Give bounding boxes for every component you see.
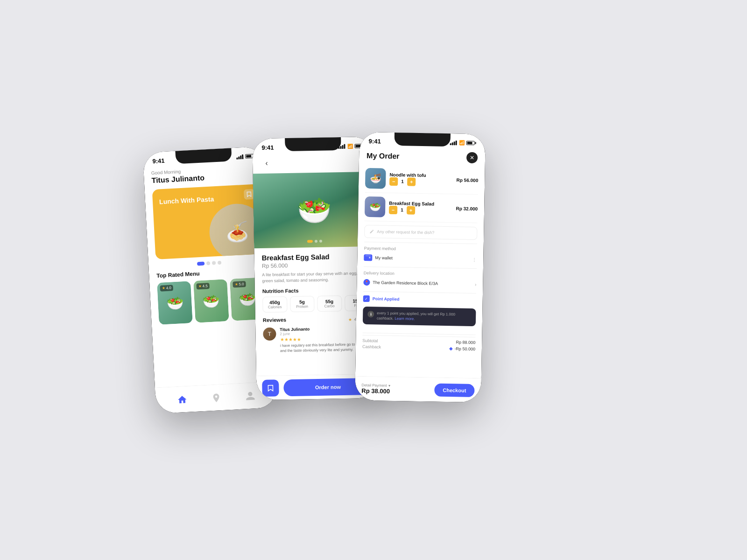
dot-2[interactable]	[206, 261, 210, 265]
divider-1	[364, 242, 477, 244]
menu-rating-1: ★ 4.0	[160, 285, 173, 291]
order-item-img-1: 🍜	[365, 168, 386, 189]
reviewer-item: T Titus Julinanto 2 june ★★★★★ i have re…	[263, 326, 370, 354]
qty-plus-1[interactable]: +	[407, 177, 416, 186]
banner-card[interactable]: Lunch With Pasta 🍝	[152, 184, 262, 259]
banner-title: Lunch With Pasta	[159, 195, 214, 206]
qty-minus-1[interactable]: −	[389, 177, 398, 185]
scene: 9:41 Good Morning Titus Julin	[0, 0, 747, 560]
qty-control-1: − 1 +	[389, 177, 453, 186]
bookmark-button[interactable]	[262, 379, 279, 397]
banner-dots	[156, 259, 262, 268]
food-price: Rp 56.000	[262, 261, 368, 269]
nutrition-protein: 5g Protein	[290, 296, 315, 312]
cashback-info-box: ℹ every 1 point you applied, you will ge…	[363, 307, 476, 327]
time-left: 9:41	[152, 157, 165, 165]
order-body: 🍜 Noodle with tofu − 1 + Rp 56.000 🥗	[356, 164, 485, 356]
star-icon-2: ★	[198, 284, 201, 288]
checkout-button[interactable]: Checkout	[434, 383, 475, 397]
learn-more-link[interactable]: Learn more.	[395, 316, 415, 321]
qty-value-2: 1	[399, 207, 405, 212]
image-dots	[307, 240, 322, 243]
point-applied-row[interactable]: ✓ Point Applied	[363, 294, 476, 306]
order-item-info-2: Breakfast Egg Salad − 1 +	[389, 200, 452, 215]
star-icon-review: ★	[348, 317, 352, 322]
order-item-img-2: 🥗	[365, 196, 386, 217]
detail-header: ‹	[253, 151, 374, 174]
diamond-icon: ◆	[449, 346, 453, 351]
payment-method-value: My wallet	[375, 255, 393, 260]
menu-item-1[interactable]: 🥗 ★ 4.0	[157, 281, 193, 325]
edit-icon	[369, 229, 374, 234]
subtotal-label: Subtotal	[362, 338, 378, 343]
delivery-title: Delivery location	[364, 271, 477, 277]
chevron-down-icon: ▾	[388, 383, 390, 387]
subtotal-value: Rp 88.000	[456, 340, 476, 345]
wallet-icon	[364, 254, 372, 261]
star-icon-3: ★	[234, 282, 238, 287]
divider-4	[363, 333, 476, 335]
delivery-location-value: The Garden Residence Block E/3A	[373, 280, 438, 286]
payment-content[interactable]: My wallet ⋮	[364, 252, 477, 265]
nav-explore-icon[interactable]	[209, 391, 223, 404]
nutrition-grid: 450g Calories 5g Protein 55g Carbo 15g F…	[262, 295, 369, 313]
time-right: 9:41	[369, 138, 381, 145]
subtotal-row: Subtotal Rp 88.000	[362, 338, 475, 345]
order-header: My Order ✕	[359, 147, 486, 167]
svg-rect-2	[369, 257, 370, 259]
wifi-icon-r: 📶	[459, 140, 465, 145]
delivery-chevron-icon: ›	[475, 282, 477, 287]
order-item-price-2: Rp 32.000	[456, 206, 478, 211]
nutrition-carbo: 55g Carbo	[317, 295, 342, 312]
menu-grid: 🥗 ★ 4.0 🥗 ★ 4.5 🥗	[157, 277, 265, 325]
qty-control-2: − 1 +	[389, 205, 452, 215]
total-amount: Rp 38.000	[361, 387, 390, 394]
order-title: My Order	[366, 152, 400, 161]
close-button[interactable]: ✕	[466, 152, 478, 163]
nutrition-title: Nutrition Facts	[262, 287, 369, 294]
img-dot-1[interactable]	[307, 240, 313, 243]
dot-3[interactable]	[212, 261, 216, 265]
phone-order: 9:41 📶 My Order	[355, 132, 486, 403]
order-bottom-bar: Detail Payment ▾ Rp 38.000 Checkout	[355, 376, 481, 403]
back-button[interactable]: ‹	[260, 157, 273, 170]
food-name: Breakfast Egg Salad	[261, 252, 368, 262]
dot-4[interactable]	[218, 261, 221, 265]
note-placeholder: Any other request for the dish?	[377, 229, 472, 236]
cashback-row: Cashback ◆ -Rp 50.000	[362, 344, 475, 351]
img-dot-3[interactable]	[319, 240, 322, 243]
qty-value-1: 1	[400, 179, 405, 184]
qty-minus-2[interactable]: −	[389, 205, 397, 214]
star-icon-1: ★	[162, 286, 165, 290]
cashback-value: ◆ -Rp 50.000	[449, 346, 475, 351]
detail-payment-row[interactable]: Detail Payment ▾	[361, 383, 390, 387]
divider-3	[363, 291, 476, 294]
menu-item-2[interactable]: 🥗 ★ 4.5	[193, 279, 229, 323]
top-rated-title: Top Rated Menu	[156, 267, 263, 279]
food-description: A lite breakfast for start your day serv…	[262, 270, 368, 284]
payment-title: Payment method	[364, 246, 477, 252]
delivery-left: 📍 The Garden Residence Block E/3A	[363, 279, 438, 287]
delivery-content[interactable]: 📍 The Garden Residence Block E/3A ›	[363, 277, 476, 289]
cashback-label: Cashback	[362, 344, 381, 350]
point-checkbox[interactable]: ✓	[363, 295, 370, 302]
nav-profile-icon[interactable]	[244, 389, 257, 403]
info-icon: ℹ	[367, 311, 374, 317]
delivery-section: Delivery location 📍 The Garden Residence…	[363, 271, 477, 289]
time-middle: 9:41	[261, 144, 274, 151]
img-dot-2[interactable]	[315, 240, 317, 243]
status-icons-right: 📶	[450, 140, 476, 146]
order-item-info-1: Noodle with tofu − 1 +	[389, 172, 453, 186]
nav-home-icon[interactable]	[175, 392, 189, 406]
total-payment-area: Detail Payment ▾ Rp 38.000	[361, 383, 390, 394]
notch-right	[395, 133, 451, 147]
reviewer-avatar: T	[263, 328, 276, 341]
dot-1[interactable]	[197, 262, 204, 266]
order-item-2: 🥗 Breakfast Egg Salad − 1 + Rp 32.000	[365, 193, 478, 223]
totals-section: Subtotal Rp 88.000 Cashback ◆ -Rp 50.000	[362, 335, 476, 356]
note-input[interactable]: Any other request for the dish?	[364, 225, 477, 240]
point-label: Point Applied	[373, 296, 400, 301]
order-item-1: 🍜 Noodle with tofu − 1 + Rp 56.000	[365, 164, 479, 195]
qty-plus-2[interactable]: +	[407, 206, 415, 214]
payment-more-icon: ⋮	[472, 257, 477, 262]
